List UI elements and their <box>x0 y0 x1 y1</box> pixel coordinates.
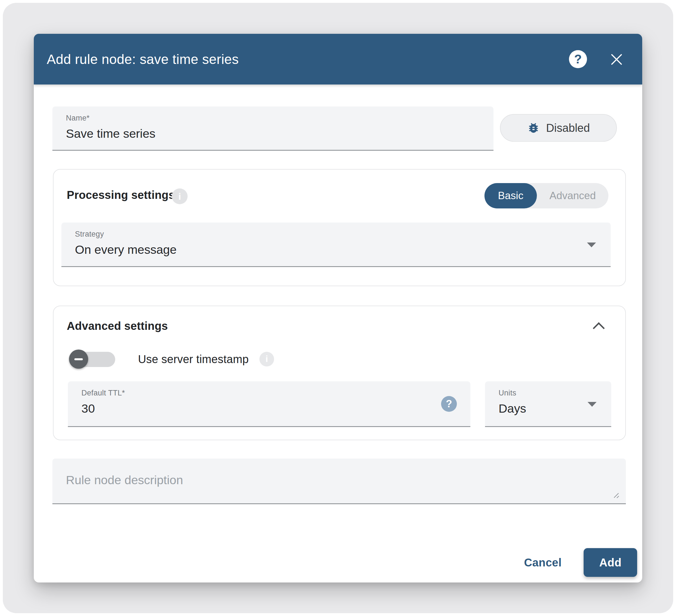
dialog-footer: Cancel Add <box>516 548 637 577</box>
chevron-up-icon <box>593 322 605 334</box>
dialog-title: Add rule node: save time series <box>47 34 239 85</box>
collapse-section-button[interactable] <box>592 321 608 333</box>
server-timestamp-row: Use server timestamp i <box>69 348 274 370</box>
server-timestamp-info-icon[interactable]: i <box>260 352 274 367</box>
description-textarea[interactable] <box>66 473 601 496</box>
name-field-label: Name* <box>66 114 90 122</box>
tab-advanced[interactable]: Advanced <box>537 183 608 209</box>
use-server-timestamp-toggle[interactable] <box>69 348 117 370</box>
strategy-label: Strategy <box>75 230 104 238</box>
default-ttl-field[interactable]: Default TTL* ? <box>68 381 470 427</box>
close-icon[interactable] <box>608 51 625 68</box>
help-glyph: ? <box>574 52 582 66</box>
dialog-header: Add rule node: save time series ? <box>34 34 642 85</box>
question-glyph: ? <box>446 398 452 410</box>
units-label: Units <box>499 389 516 397</box>
help-icon[interactable]: ? <box>569 50 587 68</box>
advanced-settings-title: Advanced settings <box>67 320 168 332</box>
use-server-timestamp-label: Use server timestamp <box>138 353 249 366</box>
tab-basic[interactable]: Basic <box>485 183 537 209</box>
name-input[interactable] <box>66 127 397 141</box>
processing-info-icon[interactable]: i <box>172 188 187 204</box>
debug-mode-label: Disabled <box>546 122 590 134</box>
add-rule-node-dialog: Add rule node: save time series ? Name* … <box>34 34 642 582</box>
units-value: Days <box>499 402 593 415</box>
toggle-thumb <box>69 349 88 369</box>
info-glyph: i <box>266 354 268 364</box>
default-ttl-label: Default TTL* <box>81 389 125 397</box>
resize-handle-icon[interactable] <box>612 491 620 499</box>
dropdown-arrow-icon <box>587 402 597 407</box>
cancel-button[interactable]: Cancel <box>516 551 569 575</box>
description-field[interactable] <box>52 458 626 504</box>
processing-settings-card: Processing settings i Basic Advanced Str… <box>53 169 626 286</box>
dropdown-arrow-icon <box>587 242 596 247</box>
units-select[interactable]: Units Days <box>485 381 611 427</box>
name-field[interactable]: Name* <box>52 107 494 151</box>
processing-settings-title: Processing settings <box>67 189 175 202</box>
advanced-settings-card: Advanced settings Use server timestamp i… <box>53 305 626 440</box>
ttl-help-icon[interactable]: ? <box>441 396 457 412</box>
processing-mode-toggle: Basic Advanced <box>485 183 608 209</box>
strategy-value: On every message <box>75 243 487 257</box>
debug-mode-button[interactable]: Disabled <box>500 114 617 142</box>
default-ttl-input[interactable] <box>81 402 383 415</box>
bug-icon <box>527 121 540 134</box>
add-button[interactable]: Add <box>583 548 637 577</box>
info-glyph: i <box>178 191 181 202</box>
strategy-select[interactable]: Strategy On every message <box>61 223 611 267</box>
toggle-off-dash <box>74 358 83 360</box>
